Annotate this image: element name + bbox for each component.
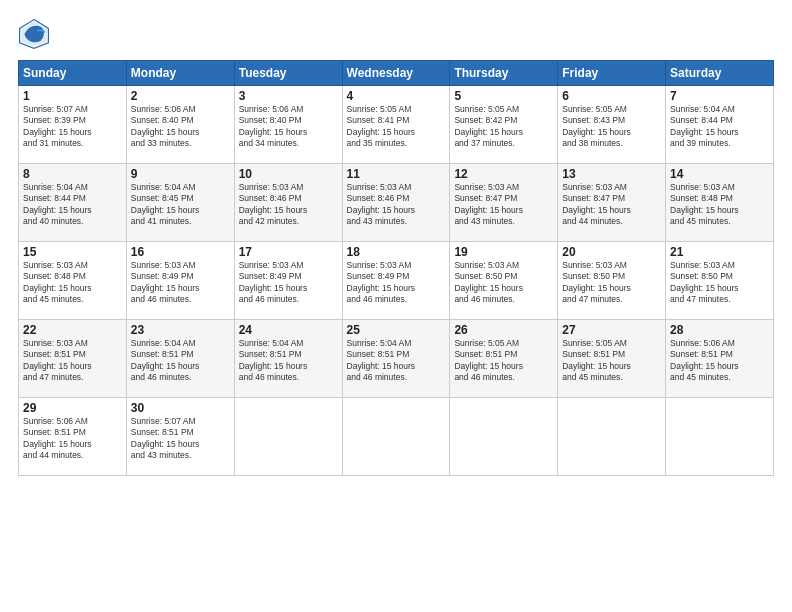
cell-info: Sunrise: 5:03 AM Sunset: 8:47 PM Dayligh… <box>454 182 553 228</box>
day-number: 28 <box>670 323 769 337</box>
day-number: 6 <box>562 89 661 103</box>
calendar-cell: 18Sunrise: 5:03 AM Sunset: 8:49 PM Dayli… <box>342 242 450 320</box>
calendar-cell: 29Sunrise: 5:06 AM Sunset: 8:51 PM Dayli… <box>19 398 127 476</box>
calendar-week-5: 29Sunrise: 5:06 AM Sunset: 8:51 PM Dayli… <box>19 398 774 476</box>
calendar-header-sunday: Sunday <box>19 61 127 86</box>
cell-info: Sunrise: 5:04 AM Sunset: 8:51 PM Dayligh… <box>347 338 446 384</box>
cell-info: Sunrise: 5:03 AM Sunset: 8:50 PM Dayligh… <box>454 260 553 306</box>
cell-info: Sunrise: 5:07 AM Sunset: 8:51 PM Dayligh… <box>131 416 230 462</box>
calendar-cell: 2Sunrise: 5:06 AM Sunset: 8:40 PM Daylig… <box>126 86 234 164</box>
cell-info: Sunrise: 5:03 AM Sunset: 8:47 PM Dayligh… <box>562 182 661 228</box>
calendar-cell: 7Sunrise: 5:04 AM Sunset: 8:44 PM Daylig… <box>666 86 774 164</box>
cell-info: Sunrise: 5:03 AM Sunset: 8:49 PM Dayligh… <box>239 260 338 306</box>
calendar-cell: 28Sunrise: 5:06 AM Sunset: 8:51 PM Dayli… <box>666 320 774 398</box>
calendar-header-friday: Friday <box>558 61 666 86</box>
logo <box>18 18 56 50</box>
calendar-header-saturday: Saturday <box>666 61 774 86</box>
day-number: 20 <box>562 245 661 259</box>
calendar-cell: 1Sunrise: 5:07 AM Sunset: 8:39 PM Daylig… <box>19 86 127 164</box>
day-number: 7 <box>670 89 769 103</box>
calendar-header-wednesday: Wednesday <box>342 61 450 86</box>
day-number: 8 <box>23 167 122 181</box>
calendar-cell: 17Sunrise: 5:03 AM Sunset: 8:49 PM Dayli… <box>234 242 342 320</box>
day-number: 12 <box>454 167 553 181</box>
cell-info: Sunrise: 5:03 AM Sunset: 8:50 PM Dayligh… <box>670 260 769 306</box>
cell-info: Sunrise: 5:04 AM Sunset: 8:44 PM Dayligh… <box>23 182 122 228</box>
cell-info: Sunrise: 5:03 AM Sunset: 8:49 PM Dayligh… <box>347 260 446 306</box>
cell-info: Sunrise: 5:07 AM Sunset: 8:39 PM Dayligh… <box>23 104 122 150</box>
calendar-cell: 6Sunrise: 5:05 AM Sunset: 8:43 PM Daylig… <box>558 86 666 164</box>
cell-info: Sunrise: 5:03 AM Sunset: 8:48 PM Dayligh… <box>670 182 769 228</box>
calendar-cell: 12Sunrise: 5:03 AM Sunset: 8:47 PM Dayli… <box>450 164 558 242</box>
cell-info: Sunrise: 5:05 AM Sunset: 8:43 PM Dayligh… <box>562 104 661 150</box>
calendar-cell: 4Sunrise: 5:05 AM Sunset: 8:41 PM Daylig… <box>342 86 450 164</box>
cell-info: Sunrise: 5:05 AM Sunset: 8:51 PM Dayligh… <box>454 338 553 384</box>
day-number: 25 <box>347 323 446 337</box>
day-number: 30 <box>131 401 230 415</box>
cell-info: Sunrise: 5:06 AM Sunset: 8:40 PM Dayligh… <box>131 104 230 150</box>
calendar-cell: 30Sunrise: 5:07 AM Sunset: 8:51 PM Dayli… <box>126 398 234 476</box>
calendar-cell: 10Sunrise: 5:03 AM Sunset: 8:46 PM Dayli… <box>234 164 342 242</box>
page: SundayMondayTuesdayWednesdayThursdayFrid… <box>0 0 792 612</box>
cell-info: Sunrise: 5:05 AM Sunset: 8:41 PM Dayligh… <box>347 104 446 150</box>
cell-info: Sunrise: 5:06 AM Sunset: 8:51 PM Dayligh… <box>670 338 769 384</box>
cell-info: Sunrise: 5:03 AM Sunset: 8:48 PM Dayligh… <box>23 260 122 306</box>
calendar-header-monday: Monday <box>126 61 234 86</box>
calendar-cell: 15Sunrise: 5:03 AM Sunset: 8:48 PM Dayli… <box>19 242 127 320</box>
calendar-week-2: 8Sunrise: 5:04 AM Sunset: 8:44 PM Daylig… <box>19 164 774 242</box>
day-number: 22 <box>23 323 122 337</box>
calendar-cell: 23Sunrise: 5:04 AM Sunset: 8:51 PM Dayli… <box>126 320 234 398</box>
cell-info: Sunrise: 5:06 AM Sunset: 8:51 PM Dayligh… <box>23 416 122 462</box>
calendar-cell: 19Sunrise: 5:03 AM Sunset: 8:50 PM Dayli… <box>450 242 558 320</box>
day-number: 4 <box>347 89 446 103</box>
day-number: 11 <box>347 167 446 181</box>
calendar-cell <box>234 398 342 476</box>
cell-info: Sunrise: 5:04 AM Sunset: 8:51 PM Dayligh… <box>131 338 230 384</box>
calendar-cell <box>450 398 558 476</box>
day-number: 29 <box>23 401 122 415</box>
day-number: 5 <box>454 89 553 103</box>
cell-info: Sunrise: 5:04 AM Sunset: 8:44 PM Dayligh… <box>670 104 769 150</box>
cell-info: Sunrise: 5:03 AM Sunset: 8:46 PM Dayligh… <box>239 182 338 228</box>
cell-info: Sunrise: 5:05 AM Sunset: 8:51 PM Dayligh… <box>562 338 661 384</box>
calendar-cell <box>558 398 666 476</box>
calendar-week-1: 1Sunrise: 5:07 AM Sunset: 8:39 PM Daylig… <box>19 86 774 164</box>
cell-info: Sunrise: 5:03 AM Sunset: 8:50 PM Dayligh… <box>562 260 661 306</box>
calendar-cell: 11Sunrise: 5:03 AM Sunset: 8:46 PM Dayli… <box>342 164 450 242</box>
cell-info: Sunrise: 5:03 AM Sunset: 8:49 PM Dayligh… <box>131 260 230 306</box>
calendar-week-4: 22Sunrise: 5:03 AM Sunset: 8:51 PM Dayli… <box>19 320 774 398</box>
day-number: 9 <box>131 167 230 181</box>
cell-info: Sunrise: 5:03 AM Sunset: 8:51 PM Dayligh… <box>23 338 122 384</box>
header <box>18 18 774 50</box>
cell-info: Sunrise: 5:04 AM Sunset: 8:45 PM Dayligh… <box>131 182 230 228</box>
calendar-cell: 8Sunrise: 5:04 AM Sunset: 8:44 PM Daylig… <box>19 164 127 242</box>
day-number: 3 <box>239 89 338 103</box>
calendar-cell: 26Sunrise: 5:05 AM Sunset: 8:51 PM Dayli… <box>450 320 558 398</box>
day-number: 13 <box>562 167 661 181</box>
day-number: 23 <box>131 323 230 337</box>
calendar-cell: 16Sunrise: 5:03 AM Sunset: 8:49 PM Dayli… <box>126 242 234 320</box>
day-number: 27 <box>562 323 661 337</box>
day-number: 17 <box>239 245 338 259</box>
day-number: 24 <box>239 323 338 337</box>
day-number: 2 <box>131 89 230 103</box>
calendar-header-row: SundayMondayTuesdayWednesdayThursdayFrid… <box>19 61 774 86</box>
cell-info: Sunrise: 5:05 AM Sunset: 8:42 PM Dayligh… <box>454 104 553 150</box>
day-number: 1 <box>23 89 122 103</box>
day-number: 15 <box>23 245 122 259</box>
calendar-cell: 25Sunrise: 5:04 AM Sunset: 8:51 PM Dayli… <box>342 320 450 398</box>
calendar-header-tuesday: Tuesday <box>234 61 342 86</box>
calendar-cell: 27Sunrise: 5:05 AM Sunset: 8:51 PM Dayli… <box>558 320 666 398</box>
calendar-cell: 22Sunrise: 5:03 AM Sunset: 8:51 PM Dayli… <box>19 320 127 398</box>
cell-info: Sunrise: 5:04 AM Sunset: 8:51 PM Dayligh… <box>239 338 338 384</box>
calendar-cell: 14Sunrise: 5:03 AM Sunset: 8:48 PM Dayli… <box>666 164 774 242</box>
cell-info: Sunrise: 5:03 AM Sunset: 8:46 PM Dayligh… <box>347 182 446 228</box>
logo-icon <box>18 18 50 50</box>
day-number: 14 <box>670 167 769 181</box>
calendar-cell: 21Sunrise: 5:03 AM Sunset: 8:50 PM Dayli… <box>666 242 774 320</box>
day-number: 21 <box>670 245 769 259</box>
calendar-cell <box>666 398 774 476</box>
day-number: 10 <box>239 167 338 181</box>
calendar-week-3: 15Sunrise: 5:03 AM Sunset: 8:48 PM Dayli… <box>19 242 774 320</box>
day-number: 18 <box>347 245 446 259</box>
